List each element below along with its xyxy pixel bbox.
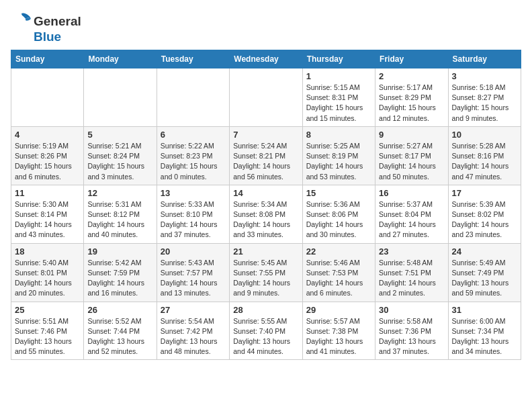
day-info: Sunrise: 5:52 AM Sunset: 7:44 PM Dayligh… [87,316,152,357]
day-info: Sunrise: 5:37 AM Sunset: 8:04 PM Dayligh… [379,199,444,240]
column-header-thursday: Thursday [302,50,375,68]
calendar-cell: 17Sunrise: 5:39 AM Sunset: 8:02 PM Dayli… [448,185,521,243]
calendar-cell: 25Sunrise: 5:51 AM Sunset: 7:46 PM Dayli… [11,302,84,360]
column-header-wednesday: Wednesday [230,50,302,68]
calendar-cell: 28Sunrise: 5:55 AM Sunset: 7:40 PM Dayli… [230,302,302,360]
day-info: Sunrise: 5:15 AM Sunset: 8:31 PM Dayligh… [306,83,371,124]
logo: General Blue [11,11,81,44]
calendar-cell: 21Sunrise: 5:45 AM Sunset: 7:55 PM Dayli… [230,243,302,302]
day-info: Sunrise: 5:46 AM Sunset: 7:53 PM Dayligh… [306,258,371,299]
day-info: Sunrise: 5:21 AM Sunset: 8:24 PM Dayligh… [87,141,152,182]
calendar-cell: 19Sunrise: 5:42 AM Sunset: 7:59 PM Dayli… [84,243,157,302]
day-info: Sunrise: 5:34 AM Sunset: 8:08 PM Dayligh… [233,199,298,240]
calendar-cell: 29Sunrise: 5:57 AM Sunset: 7:38 PM Dayli… [302,302,375,360]
calendar-cell: 5Sunrise: 5:21 AM Sunset: 8:24 PM Daylig… [84,126,157,185]
day-info: Sunrise: 5:39 AM Sunset: 8:02 PM Dayligh… [452,199,517,240]
calendar-week-1: 1Sunrise: 5:15 AM Sunset: 8:31 PM Daylig… [11,68,521,127]
day-number: 8 [306,130,371,140]
day-info: Sunrise: 5:55 AM Sunset: 7:40 PM Dayligh… [233,316,298,357]
day-number: 17 [452,188,517,198]
calendar-cell: 4Sunrise: 5:19 AM Sunset: 8:26 PM Daylig… [11,126,84,185]
day-info: Sunrise: 5:49 AM Sunset: 7:49 PM Dayligh… [452,258,517,299]
calendar-week-3: 11Sunrise: 5:30 AM Sunset: 8:14 PM Dayli… [11,185,521,243]
calendar-cell: 23Sunrise: 5:48 AM Sunset: 7:51 PM Dayli… [375,243,448,302]
calendar-cell [84,68,157,127]
day-number: 27 [161,305,226,315]
calendar-cell [230,68,302,127]
calendar-cell: 1Sunrise: 5:15 AM Sunset: 8:31 PM Daylig… [302,68,375,127]
calendar-cell: 13Sunrise: 5:33 AM Sunset: 8:10 PM Dayli… [157,185,229,243]
calendar-cell: 22Sunrise: 5:46 AM Sunset: 7:53 PM Dayli… [302,243,375,302]
day-info: Sunrise: 5:24 AM Sunset: 8:21 PM Dayligh… [233,141,298,182]
day-info: Sunrise: 5:31 AM Sunset: 8:12 PM Dayligh… [87,199,152,240]
day-info: Sunrise: 5:30 AM Sunset: 8:14 PM Dayligh… [15,199,80,240]
column-header-saturday: Saturday [448,50,521,68]
calendar-cell: 16Sunrise: 5:37 AM Sunset: 8:04 PM Dayli… [375,185,448,243]
calendar-header: SundayMondayTuesdayWednesdayThursdayFrid… [11,50,521,68]
calendar-cell: 27Sunrise: 5:54 AM Sunset: 7:42 PM Dayli… [157,302,229,360]
calendar-week-4: 18Sunrise: 5:40 AM Sunset: 8:01 PM Dayli… [11,243,521,302]
logo-blue-text: Blue [34,30,61,44]
day-number: 19 [87,246,152,257]
day-number: 7 [233,130,298,140]
column-header-tuesday: Tuesday [157,50,229,68]
calendar-cell [11,68,84,127]
day-info: Sunrise: 5:36 AM Sunset: 8:06 PM Dayligh… [306,199,371,240]
day-info: Sunrise: 5:48 AM Sunset: 7:51 PM Dayligh… [379,258,444,299]
page-header: General Blue [11,11,521,44]
calendar-cell: 9Sunrise: 5:27 AM Sunset: 8:17 PM Daylig… [375,126,448,185]
calendar-cell: 14Sunrise: 5:34 AM Sunset: 8:08 PM Dayli… [230,185,302,243]
calendar-week-5: 25Sunrise: 5:51 AM Sunset: 7:46 PM Dayli… [11,302,521,360]
calendar-cell: 7Sunrise: 5:24 AM Sunset: 8:21 PM Daylig… [230,126,302,185]
day-info: Sunrise: 5:54 AM Sunset: 7:42 PM Dayligh… [161,316,226,357]
calendar-cell: 8Sunrise: 5:25 AM Sunset: 8:19 PM Daylig… [302,126,375,185]
day-number: 15 [306,188,371,198]
day-number: 25 [15,305,80,315]
column-header-monday: Monday [84,50,157,68]
calendar-cell: 12Sunrise: 5:31 AM Sunset: 8:12 PM Dayli… [84,185,157,243]
day-info: Sunrise: 5:57 AM Sunset: 7:38 PM Dayligh… [306,316,371,357]
calendar-cell: 20Sunrise: 5:43 AM Sunset: 7:57 PM Dayli… [157,243,229,302]
day-info: Sunrise: 5:25 AM Sunset: 8:19 PM Dayligh… [306,141,371,182]
calendar-cell: 6Sunrise: 5:22 AM Sunset: 8:23 PM Daylig… [157,126,229,185]
calendar-cell: 11Sunrise: 5:30 AM Sunset: 8:14 PM Dayli… [11,185,84,243]
day-number: 10 [452,130,517,140]
calendar-cell: 31Sunrise: 6:00 AM Sunset: 7:34 PM Dayli… [448,302,521,360]
column-header-sunday: Sunday [11,50,84,68]
day-number: 26 [87,305,152,315]
day-info: Sunrise: 5:51 AM Sunset: 7:46 PM Dayligh… [15,316,80,357]
column-header-friday: Friday [375,50,448,68]
logo-general-text: General [34,14,81,29]
day-info: Sunrise: 6:00 AM Sunset: 7:34 PM Dayligh… [452,316,517,357]
calendar-cell: 10Sunrise: 5:28 AM Sunset: 8:16 PM Dayli… [448,126,521,185]
day-number: 6 [161,130,226,140]
logo-bird-icon [11,11,32,32]
day-number: 3 [452,71,517,81]
day-info: Sunrise: 5:40 AM Sunset: 8:01 PM Dayligh… [15,258,80,299]
day-number: 29 [306,305,371,315]
calendar-cell: 24Sunrise: 5:49 AM Sunset: 7:49 PM Dayli… [448,243,521,302]
day-info: Sunrise: 5:28 AM Sunset: 8:16 PM Dayligh… [452,141,517,182]
day-info: Sunrise: 5:33 AM Sunset: 8:10 PM Dayligh… [161,199,226,240]
calendar-cell: 18Sunrise: 5:40 AM Sunset: 8:01 PM Dayli… [11,243,84,302]
calendar-cell: 15Sunrise: 5:36 AM Sunset: 8:06 PM Dayli… [302,185,375,243]
day-number: 21 [233,246,298,257]
calendar-cell: 26Sunrise: 5:52 AM Sunset: 7:44 PM Dayli… [84,302,157,360]
day-number: 20 [161,246,226,257]
day-info: Sunrise: 5:43 AM Sunset: 7:57 PM Dayligh… [161,258,226,299]
calendar-cell: 3Sunrise: 5:18 AM Sunset: 8:27 PM Daylig… [448,68,521,127]
day-info: Sunrise: 5:17 AM Sunset: 8:29 PM Dayligh… [379,83,444,124]
calendar-week-2: 4Sunrise: 5:19 AM Sunset: 8:26 PM Daylig… [11,126,521,185]
day-number: 14 [233,188,298,198]
day-number: 31 [452,305,517,315]
day-number: 11 [15,188,80,198]
day-info: Sunrise: 5:19 AM Sunset: 8:26 PM Dayligh… [15,141,80,182]
day-info: Sunrise: 5:18 AM Sunset: 8:27 PM Dayligh… [452,83,517,124]
day-number: 23 [379,246,444,257]
day-number: 18 [15,246,80,257]
day-number: 9 [379,130,444,140]
day-info: Sunrise: 5:42 AM Sunset: 7:59 PM Dayligh… [87,258,152,299]
calendar-cell: 2Sunrise: 5:17 AM Sunset: 8:29 PM Daylig… [375,68,448,127]
day-number: 24 [452,246,517,257]
day-number: 28 [233,305,298,315]
